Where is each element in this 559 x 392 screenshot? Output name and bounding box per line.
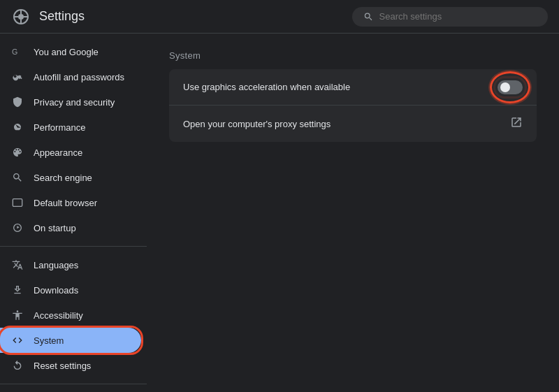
search-bar[interactable] [352, 7, 548, 27]
svg-text:G: G [12, 48, 17, 56]
proxy-settings-label: Open your computer's proxy settings [183, 119, 331, 129]
google-icon: G [11, 45, 24, 58]
layout: G You and Google Autofill and passwords … [0, 34, 559, 392]
graphics-acceleration-row: Use graphics acceleration when available [169, 69, 537, 106]
sidebar-item-performance[interactable]: Performance [0, 115, 141, 140]
search-input[interactable] [379, 11, 537, 22]
browser-icon [11, 196, 24, 209]
proxy-settings-row: Open your computer's proxy settings [169, 106, 537, 142]
svg-rect-7 [13, 199, 22, 207]
downloads-icon [11, 284, 24, 296]
startup-icon [11, 222, 24, 234]
main-content: System Use graphics acceleration when av… [147, 34, 559, 392]
sidebar-divider-2 [0, 384, 147, 384]
svg-point-1 [18, 14, 24, 20]
system-icon [11, 334, 24, 347]
search-icon [363, 11, 374, 22]
settings-card: Use graphics acceleration when available… [169, 69, 537, 142]
header: Settings [0, 0, 559, 34]
appearance-icon [11, 146, 24, 159]
sidebar-item-downloads[interactable]: Downloads [0, 277, 141, 303]
chrome-logo [11, 7, 31, 27]
graphics-acceleration-toggle[interactable] [498, 80, 523, 94]
sidebar-item-privacy[interactable]: Privacy and security [0, 89, 141, 115]
sidebar-item-languages[interactable]: Languages [0, 252, 141, 277]
proxy-external-link-icon[interactable] [510, 116, 523, 131]
section-title: System [169, 50, 537, 61]
shield-icon [11, 96, 24, 108]
graphics-acceleration-toggle-container [498, 80, 523, 94]
sidebar-item-default-browser[interactable]: Default browser [0, 190, 141, 215]
sidebar-item-accessibility[interactable]: Accessibility [0, 303, 141, 328]
graphics-acceleration-label: Use graphics acceleration when available [183, 82, 350, 92]
search-engine-icon [11, 171, 24, 184]
sidebar-item-on-startup[interactable]: On startup [0, 215, 141, 240]
performance-icon [11, 121, 24, 133]
key-icon [11, 71, 24, 83]
sidebar-item-search-engine[interactable]: Search engine [0, 165, 141, 190]
sidebar: G You and Google Autofill and passwords … [0, 34, 147, 392]
accessibility-icon [11, 309, 24, 321]
languages-icon [11, 259, 24, 271]
sidebar-divider-1 [0, 246, 147, 247]
toggle-knob [500, 82, 510, 92]
sidebar-item-reset-settings[interactable]: Reset settings [0, 353, 141, 378]
sidebar-item-autofill[interactable]: Autofill and passwords [0, 64, 141, 89]
reset-icon [11, 359, 24, 372]
page-title: Settings [39, 9, 85, 24]
sidebar-item-appearance[interactable]: Appearance [0, 140, 141, 165]
sidebar-item-you-and-google[interactable]: G You and Google [0, 39, 141, 64]
sidebar-item-system[interactable]: System [0, 328, 141, 353]
